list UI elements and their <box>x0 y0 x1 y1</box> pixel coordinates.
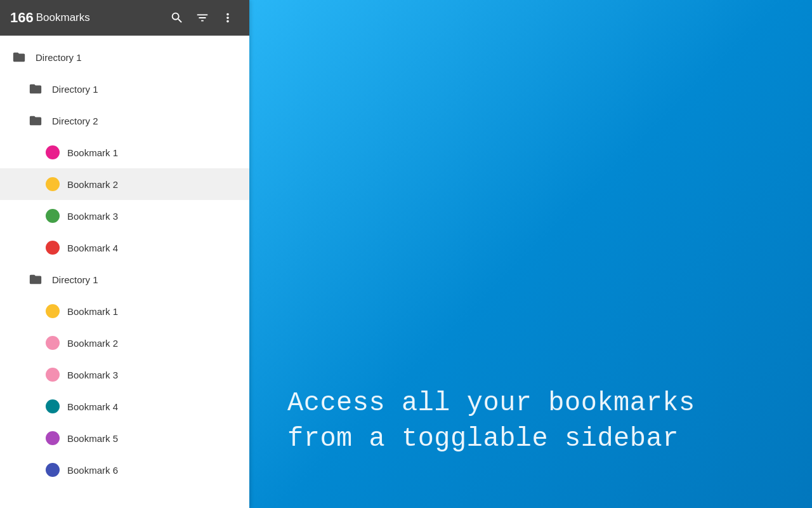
list-item[interactable]: Directory 2 <box>0 105 249 137</box>
list-item[interactable]: Bookmark 1 <box>0 137 249 168</box>
bookmark-list: Directory 1 Directory 1 Directory 2 Book… <box>0 36 249 508</box>
folder-icon <box>12 50 26 64</box>
list-item[interactable]: Bookmark 6 <box>0 454 249 486</box>
list-item[interactable]: Bookmark 2 <box>0 168 249 200</box>
more-icon <box>221 11 235 25</box>
list-item[interactable]: Bookmark 2 <box>0 327 249 359</box>
list-item[interactable]: Directory 1 <box>0 41 249 73</box>
filter-icon <box>195 11 209 25</box>
bookmark-dot <box>46 431 60 445</box>
bookmark-label: Bookmark 2 <box>67 179 118 190</box>
bookmark-label: Bookmark 4 <box>67 243 118 253</box>
tagline-text: Access all your bookmarksfrom a togglabl… <box>287 385 695 457</box>
sidebar: 166 Bookmarks Directory 1 Directory 1 <box>0 0 249 508</box>
bookmark-label: Bookmark 5 <box>67 433 118 444</box>
list-item[interactable]: Bookmark 4 <box>0 391 249 422</box>
bookmark-dot <box>46 368 60 382</box>
bookmark-dot <box>46 177 60 191</box>
list-item[interactable]: Directory 1 <box>0 264 249 295</box>
folder-icon <box>29 82 43 96</box>
folder-icon <box>27 80 44 98</box>
folder-icon <box>29 114 43 128</box>
bookmark-dot <box>46 399 60 413</box>
header: 166 Bookmarks <box>0 0 249 36</box>
filter-button[interactable] <box>191 6 214 29</box>
list-item[interactable]: Bookmark 4 <box>0 232 249 264</box>
bookmark-dot <box>46 241 60 255</box>
list-item[interactable]: Bookmark 5 <box>0 422 249 454</box>
search-icon <box>170 11 184 25</box>
bookmark-dot <box>46 209 60 223</box>
folder-label: Directory 1 <box>52 84 98 95</box>
folder-icon <box>27 112 44 130</box>
bookmark-label: Bookmark 3 <box>67 370 118 380</box>
bookmark-dot <box>46 336 60 350</box>
list-item[interactable]: Directory 1 <box>0 73 249 105</box>
bookmark-label: Bookmark 2 <box>67 338 118 349</box>
folder-label: Directory 2 <box>52 116 98 126</box>
main-content: Access all your bookmarksfrom a togglabl… <box>249 0 812 508</box>
folder-icon <box>10 48 28 66</box>
list-item[interactable]: Bookmark 3 <box>0 359 249 391</box>
list-item[interactable]: Bookmark 1 <box>0 295 249 327</box>
bookmark-label: Bookmark 1 <box>67 147 118 158</box>
bookmark-label: Bookmark 1 <box>67 306 118 317</box>
bookmark-label: Bookmark 6 <box>67 465 118 476</box>
bookmark-dot <box>46 463 60 477</box>
bookmark-label: Bookmark 4 <box>67 401 118 412</box>
folder-icon <box>29 272 43 286</box>
folder-label: Directory 1 <box>52 274 98 285</box>
folder-label: Directory 1 <box>36 52 82 63</box>
more-options-button[interactable] <box>216 6 239 29</box>
folder-icon <box>27 271 44 288</box>
bookmark-dot <box>46 145 60 159</box>
search-button[interactable] <box>166 6 188 29</box>
bookmark-label: Bookmark 3 <box>67 211 118 222</box>
bookmark-dot <box>46 304 60 318</box>
list-item[interactable]: Bookmark 3 <box>0 200 249 232</box>
bookmark-count: 166 <box>10 10 34 26</box>
header-label: Bookmarks <box>36 11 90 24</box>
